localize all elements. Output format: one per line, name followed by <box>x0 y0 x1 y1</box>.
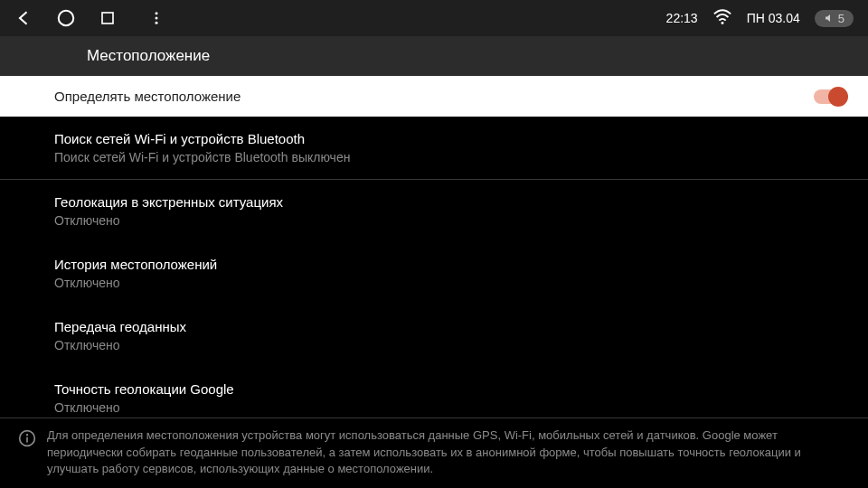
item-subtitle: Отключено <box>54 213 846 228</box>
item-subtitle: Отключено <box>54 400 846 415</box>
wifi-icon <box>712 7 732 30</box>
status-bar: 22:13 ПН 03.04 5 <box>0 0 868 36</box>
svg-point-4 <box>156 22 158 24</box>
item-subtitle: Поиск сетей Wi-Fi и устройств Bluetooth … <box>54 150 846 164</box>
svg-rect-1 <box>102 13 113 23</box>
list-item[interactable]: Поиск сетей Wi-Fi и устройств Bluetooth … <box>0 117 868 179</box>
info-icon <box>18 429 36 477</box>
info-footer: Для определения местоположения устройств… <box>0 418 868 488</box>
location-toggle-label: Определять местоположение <box>54 89 241 104</box>
list-item[interactable]: История местоположений Отключено <box>0 242 868 305</box>
volume-value: 5 <box>838 12 844 25</box>
item-title: Точность геолокации Google <box>54 381 846 397</box>
back-icon[interactable] <box>14 8 34 28</box>
svg-point-0 <box>59 11 74 26</box>
settings-list: Поиск сетей Wi-Fi и устройств Bluetooth … <box>0 117 868 418</box>
list-item[interactable]: Передача геоданных Отключено <box>0 305 868 367</box>
home-icon[interactable] <box>56 8 76 28</box>
location-toggle-row[interactable]: Определять местоположение <box>0 76 868 117</box>
item-title: Передача геоданных <box>54 319 846 334</box>
item-subtitle: Отключено <box>54 338 846 352</box>
list-item[interactable]: Точность геолокации Google Отключено <box>0 367 868 418</box>
date: ПН 03.04 <box>747 11 800 25</box>
item-title: Поиск сетей Wi-Fi и устройств Bluetooth <box>54 131 846 146</box>
location-toggle-switch[interactable] <box>814 89 846 104</box>
svg-point-3 <box>156 17 158 20</box>
volume-indicator[interactable]: 5 <box>815 10 854 27</box>
overflow-menu-icon[interactable] <box>146 8 166 28</box>
svg-point-5 <box>721 21 723 23</box>
page-title: Местоположение <box>0 36 868 76</box>
item-title: Геолокация в экстренных ситуациях <box>54 194 846 210</box>
svg-rect-8 <box>26 437 28 443</box>
item-title: История местоположений <box>54 257 846 272</box>
info-text: Для определения местоположения устройств… <box>47 427 854 477</box>
recents-icon[interactable] <box>98 8 118 28</box>
svg-point-2 <box>156 12 158 14</box>
svg-point-7 <box>26 435 28 436</box>
list-item[interactable]: Геолокация в экстренных ситуациях Отключ… <box>0 180 868 242</box>
clock: 22:13 <box>666 11 698 25</box>
item-subtitle: Отключено <box>54 276 846 290</box>
